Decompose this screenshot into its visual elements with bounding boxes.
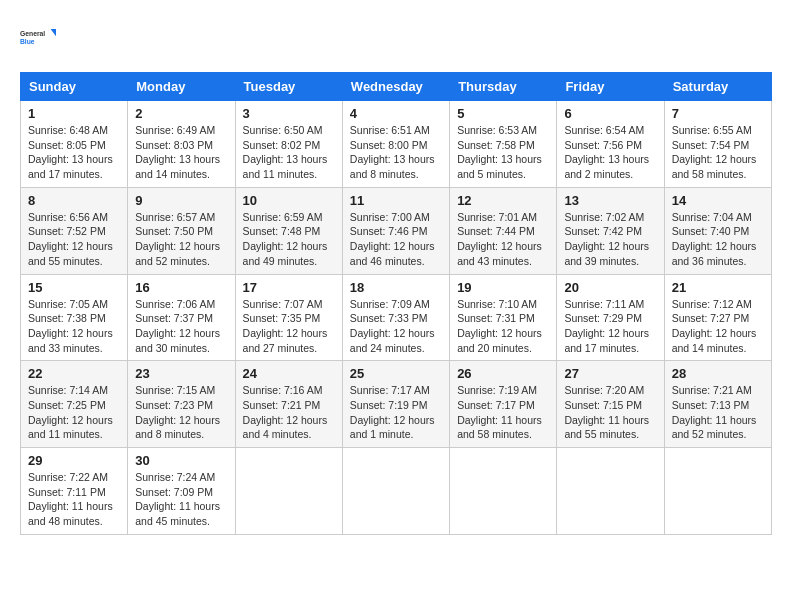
day-number: 17 [243,280,335,295]
calendar-week-3: 15 Sunrise: 7:05 AM Sunset: 7:38 PM Dayl… [21,274,772,361]
calendar-cell: 29 Sunrise: 7:22 AM Sunset: 7:11 PM Dayl… [21,448,128,535]
calendar-cell: 10 Sunrise: 6:59 AM Sunset: 7:48 PM Dayl… [235,187,342,274]
day-number: 7 [672,106,764,121]
weekday-header-monday: Monday [128,73,235,101]
calendar-cell: 26 Sunrise: 7:19 AM Sunset: 7:17 PM Dayl… [450,361,557,448]
day-number: 21 [672,280,764,295]
day-number: 10 [243,193,335,208]
day-info: Sunrise: 6:49 AM Sunset: 8:03 PM Dayligh… [135,123,227,182]
day-info: Sunrise: 7:05 AM Sunset: 7:38 PM Dayligh… [28,297,120,356]
day-info: Sunrise: 6:57 AM Sunset: 7:50 PM Dayligh… [135,210,227,269]
day-number: 16 [135,280,227,295]
day-number: 27 [564,366,656,381]
svg-text:General: General [20,30,45,37]
day-info: Sunrise: 7:19 AM Sunset: 7:17 PM Dayligh… [457,383,549,442]
day-info: Sunrise: 7:20 AM Sunset: 7:15 PM Dayligh… [564,383,656,442]
day-number: 20 [564,280,656,295]
calendar-cell [664,448,771,535]
day-info: Sunrise: 7:15 AM Sunset: 7:23 PM Dayligh… [135,383,227,442]
day-info: Sunrise: 7:21 AM Sunset: 7:13 PM Dayligh… [672,383,764,442]
day-info: Sunrise: 7:07 AM Sunset: 7:35 PM Dayligh… [243,297,335,356]
calendar-cell: 8 Sunrise: 6:56 AM Sunset: 7:52 PM Dayli… [21,187,128,274]
day-info: Sunrise: 7:09 AM Sunset: 7:33 PM Dayligh… [350,297,442,356]
day-number: 2 [135,106,227,121]
calendar-cell: 3 Sunrise: 6:50 AM Sunset: 8:02 PM Dayli… [235,101,342,188]
day-info: Sunrise: 6:48 AM Sunset: 8:05 PM Dayligh… [28,123,120,182]
calendar-cell [342,448,449,535]
calendar-cell: 16 Sunrise: 7:06 AM Sunset: 7:37 PM Dayl… [128,274,235,361]
calendar-cell: 12 Sunrise: 7:01 AM Sunset: 7:44 PM Dayl… [450,187,557,274]
day-info: Sunrise: 7:14 AM Sunset: 7:25 PM Dayligh… [28,383,120,442]
calendar-cell [557,448,664,535]
day-number: 15 [28,280,120,295]
calendar-week-1: 1 Sunrise: 6:48 AM Sunset: 8:05 PM Dayli… [21,101,772,188]
calendar-cell: 11 Sunrise: 7:00 AM Sunset: 7:46 PM Dayl… [342,187,449,274]
calendar-week-4: 22 Sunrise: 7:14 AM Sunset: 7:25 PM Dayl… [21,361,772,448]
day-number: 9 [135,193,227,208]
calendar-cell: 25 Sunrise: 7:17 AM Sunset: 7:19 PM Dayl… [342,361,449,448]
calendar-table: SundayMondayTuesdayWednesdayThursdayFrid… [20,72,772,535]
weekday-header-tuesday: Tuesday [235,73,342,101]
day-number: 6 [564,106,656,121]
day-info: Sunrise: 7:16 AM Sunset: 7:21 PM Dayligh… [243,383,335,442]
calendar-cell: 9 Sunrise: 6:57 AM Sunset: 7:50 PM Dayli… [128,187,235,274]
day-info: Sunrise: 7:04 AM Sunset: 7:40 PM Dayligh… [672,210,764,269]
day-number: 18 [350,280,442,295]
day-info: Sunrise: 6:56 AM Sunset: 7:52 PM Dayligh… [28,210,120,269]
calendar-cell: 15 Sunrise: 7:05 AM Sunset: 7:38 PM Dayl… [21,274,128,361]
calendar-cell: 28 Sunrise: 7:21 AM Sunset: 7:13 PM Dayl… [664,361,771,448]
calendar-cell: 19 Sunrise: 7:10 AM Sunset: 7:31 PM Dayl… [450,274,557,361]
day-info: Sunrise: 7:24 AM Sunset: 7:09 PM Dayligh… [135,470,227,529]
day-number: 19 [457,280,549,295]
day-number: 23 [135,366,227,381]
day-info: Sunrise: 7:00 AM Sunset: 7:46 PM Dayligh… [350,210,442,269]
day-number: 25 [350,366,442,381]
day-info: Sunrise: 7:22 AM Sunset: 7:11 PM Dayligh… [28,470,120,529]
day-number: 13 [564,193,656,208]
calendar-cell: 7 Sunrise: 6:55 AM Sunset: 7:54 PM Dayli… [664,101,771,188]
calendar-cell: 17 Sunrise: 7:07 AM Sunset: 7:35 PM Dayl… [235,274,342,361]
weekday-header-wednesday: Wednesday [342,73,449,101]
weekday-header-saturday: Saturday [664,73,771,101]
day-number: 1 [28,106,120,121]
page-header: General Blue [20,20,772,56]
svg-text:Blue: Blue [20,38,35,45]
day-info: Sunrise: 7:11 AM Sunset: 7:29 PM Dayligh… [564,297,656,356]
day-number: 11 [350,193,442,208]
calendar-cell: 1 Sunrise: 6:48 AM Sunset: 8:05 PM Dayli… [21,101,128,188]
day-info: Sunrise: 7:10 AM Sunset: 7:31 PM Dayligh… [457,297,549,356]
calendar-cell: 13 Sunrise: 7:02 AM Sunset: 7:42 PM Dayl… [557,187,664,274]
day-info: Sunrise: 6:53 AM Sunset: 7:58 PM Dayligh… [457,123,549,182]
day-number: 5 [457,106,549,121]
weekday-header-thursday: Thursday [450,73,557,101]
calendar-cell: 20 Sunrise: 7:11 AM Sunset: 7:29 PM Dayl… [557,274,664,361]
calendar-cell: 18 Sunrise: 7:09 AM Sunset: 7:33 PM Dayl… [342,274,449,361]
day-info: Sunrise: 7:02 AM Sunset: 7:42 PM Dayligh… [564,210,656,269]
logo: General Blue [20,20,56,56]
day-info: Sunrise: 6:51 AM Sunset: 8:00 PM Dayligh… [350,123,442,182]
calendar-cell: 30 Sunrise: 7:24 AM Sunset: 7:09 PM Dayl… [128,448,235,535]
day-number: 22 [28,366,120,381]
calendar-week-2: 8 Sunrise: 6:56 AM Sunset: 7:52 PM Dayli… [21,187,772,274]
day-number: 29 [28,453,120,468]
day-info: Sunrise: 7:01 AM Sunset: 7:44 PM Dayligh… [457,210,549,269]
day-number: 30 [135,453,227,468]
svg-marker-2 [51,29,56,36]
calendar-cell: 2 Sunrise: 6:49 AM Sunset: 8:03 PM Dayli… [128,101,235,188]
calendar-cell [450,448,557,535]
calendar-week-5: 29 Sunrise: 7:22 AM Sunset: 7:11 PM Dayl… [21,448,772,535]
calendar-cell: 24 Sunrise: 7:16 AM Sunset: 7:21 PM Dayl… [235,361,342,448]
calendar-cell: 14 Sunrise: 7:04 AM Sunset: 7:40 PM Dayl… [664,187,771,274]
calendar-cell: 4 Sunrise: 6:51 AM Sunset: 8:00 PM Dayli… [342,101,449,188]
calendar-cell: 22 Sunrise: 7:14 AM Sunset: 7:25 PM Dayl… [21,361,128,448]
calendar-cell: 23 Sunrise: 7:15 AM Sunset: 7:23 PM Dayl… [128,361,235,448]
calendar-cell: 6 Sunrise: 6:54 AM Sunset: 7:56 PM Dayli… [557,101,664,188]
day-number: 8 [28,193,120,208]
day-number: 26 [457,366,549,381]
day-info: Sunrise: 7:06 AM Sunset: 7:37 PM Dayligh… [135,297,227,356]
day-number: 24 [243,366,335,381]
day-number: 4 [350,106,442,121]
day-number: 14 [672,193,764,208]
day-info: Sunrise: 6:55 AM Sunset: 7:54 PM Dayligh… [672,123,764,182]
day-info: Sunrise: 7:12 AM Sunset: 7:27 PM Dayligh… [672,297,764,356]
